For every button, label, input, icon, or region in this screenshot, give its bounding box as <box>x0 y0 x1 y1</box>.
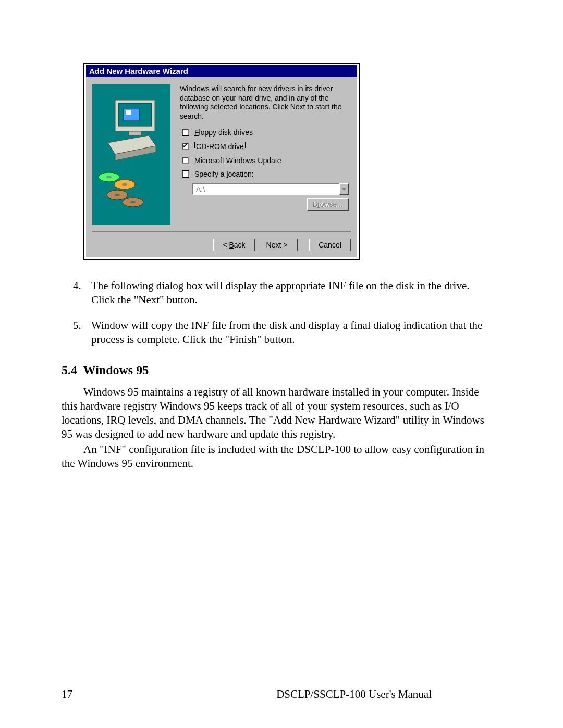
dialog-title: Add New Hardware Wizard <box>86 65 357 77</box>
svg-rect-3 <box>126 110 131 115</box>
browse-button[interactable]: Browse... <box>307 198 349 211</box>
cdrom-option[interactable]: CD-ROM drive <box>182 142 349 151</box>
cdrom-label: CD-ROM drive <box>194 142 246 151</box>
svg-point-14 <box>130 201 136 203</box>
windows-update-label: Microsoft Windows Update <box>194 156 282 165</box>
svg-point-10 <box>122 183 127 186</box>
windows-update-checkbox[interactable] <box>182 157 189 164</box>
step-5: 5. Window will copy the INF file from th… <box>62 318 499 347</box>
step-number: 4. <box>62 279 90 307</box>
wizard-dialog-screenshot: Add New Hardware Wizard <box>83 63 360 260</box>
location-value: A:\ <box>196 185 205 193</box>
svg-point-8 <box>106 176 112 178</box>
step-text: Window will copy the INF file from the d… <box>90 318 499 347</box>
step-4: 4. The following dialog box will display… <box>62 279 499 307</box>
chevron-down-icon <box>342 188 346 191</box>
svg-rect-4 <box>129 131 141 135</box>
page-number: 17 <box>62 688 72 701</box>
wizard-graphic <box>92 84 170 225</box>
location-dropdown-button[interactable] <box>339 183 349 195</box>
section-heading: 5.4 Windows 95 <box>62 362 499 378</box>
specify-location-label: Specify a location: <box>194 170 254 178</box>
instruction-text: Windows will search for new drivers in i… <box>180 84 349 121</box>
paragraph-2: An "INF" configuration file is included … <box>62 442 499 471</box>
footer-title: DSCLP/SSCLP-100 User's Manual <box>276 688 432 701</box>
step-number: 5. <box>62 318 90 347</box>
floppy-option[interactable]: Floppy disk drives <box>182 128 349 137</box>
step-text: The following dialog box will display th… <box>90 279 499 307</box>
floppy-label: Floppy disk drives <box>194 128 253 137</box>
specify-location-checkbox[interactable] <box>182 170 189 178</box>
back-button[interactable]: < Back <box>213 239 255 251</box>
cdrom-checkbox[interactable] <box>182 143 189 150</box>
cancel-button[interactable]: Cancel <box>309 239 351 251</box>
next-button[interactable]: Next > <box>256 239 298 251</box>
svg-point-12 <box>115 194 120 196</box>
location-input[interactable]: A:\ <box>192 183 339 195</box>
paragraph-1: Windows 95 maintains a registry of all k… <box>62 385 499 441</box>
specify-location-option[interactable]: Specify a location: <box>182 170 349 178</box>
floppy-checkbox[interactable] <box>182 129 189 136</box>
windows-update-option[interactable]: Microsoft Windows Update <box>182 156 349 165</box>
